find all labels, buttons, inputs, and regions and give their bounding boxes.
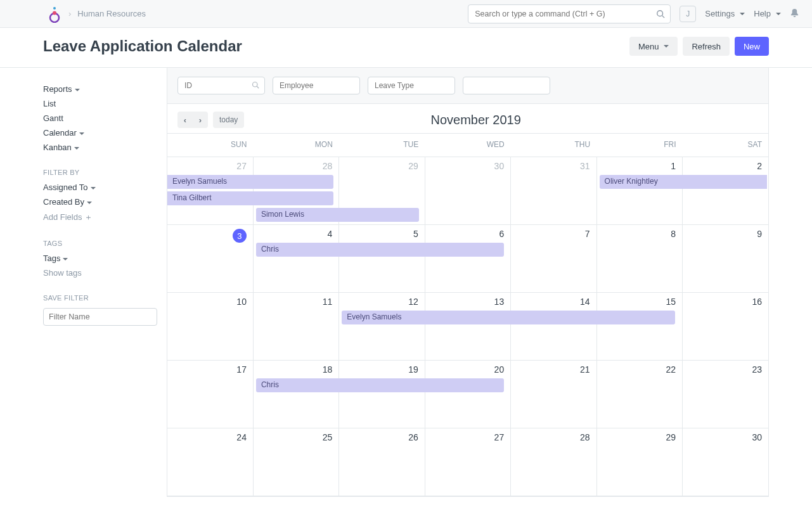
calendar-cell[interactable]: 30 [683,428,768,496]
sidebar-item-list[interactable]: List [43,96,157,111]
day-number: 15 [597,293,682,308]
leave-event[interactable]: Evelyn Samuels [342,311,675,324]
calendar-cell[interactable]: 18Chris [253,361,338,428]
calendar-cell[interactable]: 4Chris [253,225,338,293]
new-button[interactable]: New [735,37,769,56]
calendar-cell[interactable]: 16 [683,293,768,361]
day-number: 30 [683,428,768,444]
sidebar-item-kanban[interactable]: Kanban [43,140,157,155]
day-header: WED [425,134,510,157]
tags-dropdown[interactable]: Tags [43,251,157,266]
add-fields[interactable]: Add Fields＋ [43,209,157,226]
calendar-cell[interactable]: 11 [253,293,338,361]
filter-employee[interactable] [273,77,360,94]
main-content: ‹ › today November 2019 SUNMONTUEWEDTHUF… [167,68,769,497]
calendar-cell[interactable]: 12Evelyn Samuels [339,293,425,361]
breadcrumb-module[interactable]: Human Resources [77,9,146,18]
svg-line-4 [662,15,665,18]
avatar[interactable]: J [680,6,696,22]
day-number: 17 [167,361,253,376]
calendar-cell[interactable]: 28 [511,428,596,496]
sidebar-item-calendar[interactable]: Calendar [43,125,157,140]
calendar-cell[interactable]: 29 [596,428,682,496]
calendar-cell[interactable]: 14 [511,293,596,361]
save-filter-label: Save Filter [43,294,157,302]
calendar-cell[interactable]: 28Simon Lewis [253,157,338,225]
day-number: 2 [683,157,768,172]
calendar-cell[interactable]: 2 [683,157,768,225]
calendar-cell[interactable]: 10 [167,293,253,361]
calendar-cell[interactable]: 5 [339,225,425,293]
day-number: 3 [167,225,253,244]
day-header: SUN [167,134,253,157]
day-number: 19 [339,361,424,376]
filter-extra[interactable] [463,77,550,94]
calendar-prev[interactable]: ‹ [177,115,193,125]
bell-icon[interactable] [790,8,799,20]
global-search[interactable] [468,4,671,23]
calendar-cell[interactable]: 8 [596,225,682,293]
calendar-cell[interactable]: 22 [596,361,682,428]
sidebar-item-gantt[interactable]: Gantt [43,111,157,125]
calendar-cell[interactable]: 30 [425,157,510,225]
calendar-cell[interactable]: 23 [683,361,768,428]
day-number: 9 [683,225,768,240]
breadcrumb: › Human Resources [68,9,146,18]
calendar-cell[interactable]: 7 [511,225,596,293]
calendar-cell[interactable]: 20 [425,361,510,428]
calendar-cell[interactable]: 17 [167,361,253,428]
calendar-cell[interactable]: 19 [339,361,425,428]
day-number: 14 [511,293,596,308]
day-header: FRI [596,134,682,157]
filter-created-by[interactable]: Created By [43,195,157,209]
leave-event[interactable]: Evelyn Samuels [167,175,333,189]
calendar-cell[interactable]: 9 [683,225,768,293]
app-logo [46,5,63,23]
calendar-cell[interactable]: 27 [425,428,510,496]
filter-id[interactable] [177,77,265,94]
calendar-cell[interactable]: 27Evelyn SamuelsTina Gilbert [167,157,253,225]
filter-assigned-to[interactable]: Assigned To [43,180,157,195]
leave-event[interactable]: Chris [256,378,504,392]
day-number: 20 [425,361,510,376]
filter-name-input[interactable] [43,308,157,326]
plus-icon: ＋ [84,212,93,222]
calendar-title: November 2019 [431,113,521,127]
leave-event[interactable]: Chris [256,243,504,257]
svg-point-2 [53,7,56,10]
help-menu[interactable]: Help [754,9,781,18]
settings-menu[interactable]: Settings [705,9,745,18]
calendar-cell[interactable]: 24 [167,428,253,496]
day-number: 28 [254,157,338,172]
calendar-cell[interactable]: 15 [596,293,682,361]
filter-leave-type[interactable] [368,77,455,94]
calendar-cell[interactable]: 25 [253,428,338,496]
leave-event[interactable]: Tina Gilbert [167,191,333,205]
refresh-button[interactable]: Refresh [683,37,730,56]
day-number: 21 [511,361,596,376]
day-number: 28 [511,428,596,444]
filter-by-label: Filter By [43,169,157,176]
leave-event[interactable]: Simon Lewis [256,208,419,222]
svg-point-1 [53,11,56,15]
sidebar-item-reports[interactable]: Reports [43,82,157,96]
day-number: 8 [597,225,682,240]
calendar-next[interactable]: › [193,115,208,125]
day-number: 24 [167,428,253,444]
calendar-cell[interactable]: 3 [167,225,253,293]
leave-event[interactable]: Oliver Knightley [600,175,768,189]
calendar-cell[interactable]: 13 [425,293,510,361]
day-header: TUE [339,134,425,157]
calendar-today-button[interactable]: today [213,112,244,128]
menu-button[interactable]: Menu [629,37,678,56]
search-input[interactable] [475,10,651,18]
day-number: 27 [425,428,510,444]
day-number: 6 [425,225,510,240]
calendar-cell[interactable]: 21 [511,361,596,428]
calendar-cell[interactable]: 1Oliver Knightley [596,157,682,225]
calendar-cell[interactable]: 26 [339,428,425,496]
svg-line-6 [257,86,259,88]
calendar-cell[interactable]: 6 [425,225,510,293]
show-tags[interactable]: Show tags [43,266,157,280]
calendar-cell[interactable]: 31 [511,157,596,225]
